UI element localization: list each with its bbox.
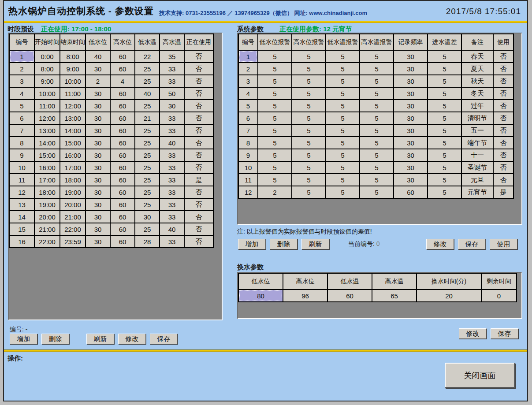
table-cell[interactable]: 5 (9, 100, 34, 112)
table-cell[interactable]: 30 (394, 75, 428, 87)
table-cell[interactable]: 20 (417, 290, 481, 302)
table-cell[interactable]: 18:00 (34, 186, 60, 198)
table-cell[interactable]: 30 (86, 87, 110, 100)
table-cell[interactable]: 11:00 (60, 87, 86, 100)
table-cell[interactable]: 33 (160, 124, 184, 137)
table-cell[interactable]: 25 (135, 186, 160, 198)
table-cell[interactable]: 19:00 (34, 198, 60, 211)
table-cell[interactable]: 30 (86, 124, 110, 137)
table-cell[interactable]: 60 (110, 235, 135, 248)
table-cell[interactable]: 5 (360, 161, 394, 174)
table-cell[interactable]: 21:00 (34, 223, 60, 235)
modify-button[interactable]: 修改 (118, 334, 146, 344)
table-cell[interactable]: 30 (86, 137, 110, 149)
table-cell[interactable]: 9 (9, 149, 34, 161)
refresh-button[interactable]: 刷新 (86, 334, 114, 344)
table-cell[interactable]: 5 (258, 75, 292, 87)
table-cell[interactable]: 5 (360, 124, 394, 137)
table-cell[interactable]: 30 (394, 112, 428, 124)
table-cell[interactable]: 5 (292, 137, 326, 149)
table-cell[interactable]: 过年 (461, 100, 493, 112)
table-cell[interactable]: 7 (238, 124, 258, 137)
table-cell[interactable]: 清明节 (461, 112, 493, 124)
table-cell[interactable]: 10:00 (34, 87, 60, 100)
table-cell[interactable]: 5 (258, 87, 292, 100)
table-cell[interactable]: 5 (292, 174, 326, 186)
table-cell[interactable]: 12 (238, 186, 258, 198)
table-cell[interactable]: 25 (135, 137, 160, 149)
table-cell[interactable]: 6 (238, 112, 258, 124)
table-cell[interactable]: 17:00 (60, 161, 86, 174)
table-cell[interactable]: 14:00 (60, 124, 86, 137)
table-cell[interactable]: 20:00 (60, 198, 86, 211)
table-cell[interactable]: 冬天 (461, 87, 493, 100)
table-cell[interactable]: 30 (86, 235, 110, 248)
table-cell[interactable]: 14 (9, 211, 34, 223)
table-cell[interactable]: 33 (160, 235, 184, 248)
table-cell[interactable]: 5 (428, 186, 461, 198)
table-cell[interactable]: 是 (493, 186, 513, 198)
table-cell[interactable]: 否 (184, 75, 213, 87)
table-cell[interactable]: 2 (86, 75, 110, 87)
table-cell[interactable]: 60 (327, 290, 372, 302)
table-cell[interactable]: 65 (372, 290, 417, 302)
table-cell[interactable]: 60 (110, 149, 135, 161)
table-cell[interactable]: 否 (184, 100, 213, 112)
table-cell[interactable]: 否 (493, 75, 513, 87)
table-cell[interactable]: 60 (110, 87, 135, 100)
table-cell[interactable]: 否 (493, 112, 513, 124)
table-cell[interactable]: 30 (160, 100, 184, 112)
table-cell[interactable]: 60 (110, 112, 135, 124)
table-cell[interactable]: 7 (9, 124, 34, 137)
table-cell[interactable]: 否 (493, 174, 513, 186)
table-cell[interactable]: 4 (110, 75, 135, 87)
table-cell[interactable]: 5 (428, 100, 461, 112)
table-cell[interactable]: 端午节 (461, 137, 493, 149)
table-cell[interactable]: 5 (428, 161, 461, 174)
table-cell[interactable]: 否 (184, 186, 213, 198)
table-cell[interactable]: 96 (283, 290, 327, 302)
table-cell[interactable]: 33 (160, 112, 184, 124)
table-cell[interactable]: 13:00 (34, 124, 60, 137)
table-cell[interactable]: 9:00 (60, 63, 86, 75)
table-cell[interactable]: 33 (160, 211, 184, 223)
table-cell[interactable]: 3 (238, 75, 258, 87)
refresh-button[interactable]: 刷新 (301, 239, 329, 249)
table-cell[interactable]: 元旦 (461, 174, 493, 186)
table-cell[interactable]: 60 (110, 186, 135, 198)
table-cell[interactable]: 11 (9, 174, 34, 186)
table-cell[interactable]: 否 (184, 50, 213, 63)
modify-button[interactable]: 修改 (459, 328, 487, 339)
table-cell[interactable]: 33 (160, 186, 184, 198)
table-cell[interactable]: 22:00 (34, 235, 60, 248)
table-cell[interactable]: 21 (135, 112, 160, 124)
table-cell[interactable]: 13 (9, 198, 34, 211)
table-cell[interactable]: 5 (326, 112, 360, 124)
table-cell[interactable]: 30 (394, 50, 428, 63)
table-cell[interactable]: 25 (135, 174, 160, 186)
table-cell[interactable]: 否 (184, 161, 213, 174)
table-cell[interactable]: 33 (160, 63, 184, 75)
table-cell[interactable]: 23:59 (60, 235, 86, 248)
table-cell[interactable]: 2 (9, 63, 34, 75)
table-cell[interactable]: 15 (9, 223, 34, 235)
table-cell[interactable]: 否 (493, 137, 513, 149)
table-cell[interactable]: 40 (160, 137, 184, 149)
table-cell[interactable]: 5 (292, 50, 326, 63)
table-cell[interactable]: 30 (86, 149, 110, 161)
table-cell[interactable]: 5 (326, 161, 360, 174)
table-cell[interactable]: 5 (258, 50, 292, 63)
table-cell[interactable]: 30 (394, 87, 428, 100)
table-cell[interactable]: 5 (258, 174, 292, 186)
table-cell[interactable]: 12:00 (34, 112, 60, 124)
table-cell[interactable]: 5 (428, 63, 461, 75)
table-cell[interactable]: 5 (428, 112, 461, 124)
table-cell[interactable]: 否 (184, 124, 213, 137)
table-cell[interactable]: 60 (110, 50, 135, 63)
table-cell[interactable]: 否 (493, 124, 513, 137)
table-cell[interactable]: 5 (292, 75, 326, 87)
table-cell[interactable]: 22 (135, 50, 160, 63)
table-cell[interactable]: 5 (428, 75, 461, 87)
table-cell[interactable]: 5 (360, 174, 394, 186)
table-cell[interactable]: 30 (86, 174, 110, 186)
